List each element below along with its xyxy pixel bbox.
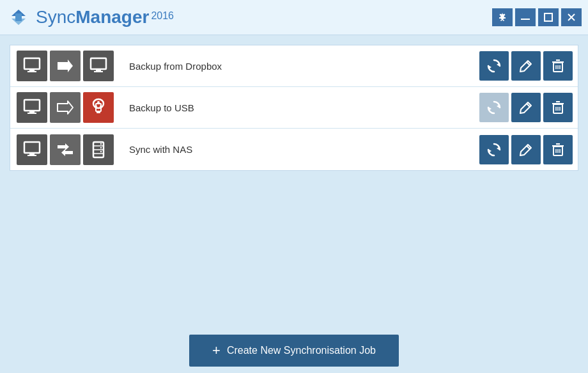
job-icons-1 — [15, 49, 115, 83]
dest-icon-1 — [83, 51, 114, 81]
svg-point-50 — [100, 147, 102, 148]
app-title: SyncManager2016 — [36, 7, 174, 28]
settings-button[interactable] — [492, 8, 513, 26]
sync-button-1[interactable] — [479, 51, 509, 81]
svg-point-28 — [97, 101, 100, 104]
svg-rect-22 — [29, 111, 35, 113]
dest-icon-3 — [83, 134, 114, 165]
app-logo-icon — [6, 7, 31, 28]
arrow-icon-2 — [50, 92, 81, 123]
svg-rect-23 — [27, 113, 36, 114]
delete-button-2[interactable] — [543, 93, 573, 122]
minimize-button[interactable] — [515, 8, 536, 26]
svg-rect-11 — [94, 71, 103, 72]
sync-button-2 — [479, 93, 509, 122]
sync-button-3[interactable] — [479, 135, 509, 164]
app-branding: SyncManager2016 — [6, 7, 174, 28]
svg-rect-42 — [27, 155, 36, 156]
close-button[interactable] — [561, 8, 582, 26]
svg-marker-13 — [488, 65, 491, 69]
svg-rect-27 — [97, 111, 100, 113]
titlebar: SyncManager2016 — [0, 0, 588, 35]
delete-button-3[interactable] — [543, 135, 573, 164]
job-list: Backup from Dropbox — [10, 45, 578, 171]
dest-icon-2 — [83, 92, 114, 123]
svg-rect-41 — [29, 153, 35, 155]
arrow-icon-3 — [50, 134, 81, 165]
arrow-icon-1 — [50, 51, 81, 81]
action-buttons-2 — [479, 93, 573, 122]
plus-icon: + — [212, 344, 220, 358]
create-new-job-button[interactable]: + Create New Synchronisation Job — [189, 335, 399, 367]
table-row: Backup to USB — [10, 87, 578, 129]
delete-button-1[interactable] — [543, 51, 573, 81]
maximize-button[interactable] — [538, 8, 559, 26]
svg-marker-44 — [61, 149, 73, 156]
create-button-label: Create New Synchronisation Job — [227, 345, 376, 356]
window-controls — [492, 8, 582, 26]
svg-marker-12 — [497, 63, 500, 67]
bottom-bar: + Create New Synchronisation Job — [0, 328, 588, 373]
main-content: Backup from Dropbox — [0, 35, 588, 328]
job-name-2: Backup to USB — [124, 102, 476, 113]
svg-marker-52 — [497, 147, 500, 150]
svg-rect-10 — [96, 69, 101, 71]
action-buttons-1 — [479, 51, 573, 81]
svg-marker-43 — [58, 143, 69, 150]
svg-rect-2 — [545, 13, 552, 21]
job-name-3: Sync with NAS — [124, 144, 476, 155]
svg-rect-9 — [91, 58, 106, 69]
svg-rect-5 — [24, 58, 40, 69]
edit-button-3[interactable] — [511, 135, 541, 164]
source-icon-1 — [17, 51, 47, 81]
svg-marker-53 — [488, 149, 491, 153]
source-icon-3 — [17, 134, 47, 165]
svg-point-49 — [100, 143, 102, 144]
source-icon-2 — [17, 92, 47, 123]
svg-marker-24 — [58, 101, 73, 114]
table-row: Backup from Dropbox — [10, 45, 578, 87]
svg-marker-31 — [497, 104, 500, 108]
svg-point-51 — [100, 150, 102, 152]
svg-rect-40 — [24, 142, 40, 153]
edit-button-1[interactable] — [511, 51, 541, 81]
svg-rect-6 — [29, 69, 35, 71]
job-icons-2 — [15, 91, 115, 124]
svg-rect-1 — [521, 19, 530, 20]
job-name-1: Backup from Dropbox — [124, 61, 476, 72]
svg-rect-21 — [24, 100, 40, 111]
table-row: Sync with NAS — [10, 129, 578, 170]
action-buttons-3 — [479, 135, 573, 164]
svg-marker-32 — [488, 107, 491, 111]
job-icons-3 — [15, 133, 115, 166]
svg-rect-7 — [27, 71, 36, 72]
edit-button-2[interactable] — [511, 93, 541, 122]
svg-marker-8 — [58, 60, 73, 72]
